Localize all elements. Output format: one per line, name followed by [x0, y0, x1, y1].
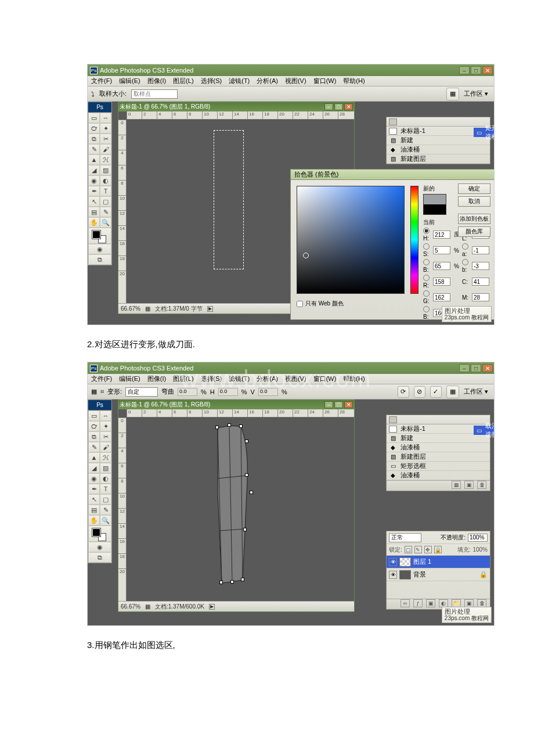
history-item[interactable]: ◆油漆桶: [387, 471, 490, 480]
history-item[interactable]: ◆油漆桶: [387, 145, 490, 154]
layer-fx-button[interactable]: ƒ: [413, 599, 423, 607]
layer-new-button[interactable]: ▣: [464, 599, 474, 607]
warp-type-select[interactable]: 自定: [125, 387, 158, 397]
menu-analysis[interactable]: 分析(A): [253, 77, 282, 85]
quick-mask-button[interactable]: ◉: [88, 244, 111, 254]
blur-tool[interactable]: ◉: [88, 175, 100, 186]
window-close-button[interactable]: ✕: [482, 364, 493, 372]
workspace-dropdown[interactable]: 工作区 ▾: [464, 89, 488, 98]
history-item-selected[interactable]: ▭取消选择: [474, 426, 495, 435]
opacity-input[interactable]: 100%: [468, 534, 488, 542]
pen-tool[interactable]: ✒: [88, 186, 100, 196]
picker-a-input[interactable]: [472, 246, 489, 254]
history-item[interactable]: ◆油漆桶: [387, 443, 490, 452]
history-item[interactable]: ▨新建图层: [387, 452, 490, 462]
heal-tool[interactable]: ✎: [88, 442, 100, 452]
eraser-tool[interactable]: ◢: [88, 463, 100, 473]
picker-add-swatch-button[interactable]: 添加到色板: [458, 214, 490, 224]
path-tool[interactable]: ↖: [88, 196, 100, 207]
go-to-bridge-button[interactable]: ▦: [446, 386, 459, 398]
picker-m-input[interactable]: [472, 293, 489, 301]
picker-b2-input[interactable]: [472, 262, 489, 270]
gradient-tool[interactable]: ▨: [100, 463, 111, 473]
picker-r-input[interactable]: [433, 278, 450, 286]
move-tool[interactable]: ↔: [100, 411, 111, 421]
panel-tab-icon[interactable]: [389, 118, 397, 125]
bend-input[interactable]: 0.0: [178, 388, 197, 396]
path-tool[interactable]: ↖: [88, 494, 100, 505]
warp-shape[interactable]: [209, 423, 261, 592]
menu-window[interactable]: 窗口(W): [310, 375, 340, 383]
doc-min-button[interactable]: –: [324, 401, 333, 408]
menu-layer[interactable]: 图层(L): [169, 375, 197, 383]
dodge-tool[interactable]: ◐: [100, 473, 111, 484]
doc-max-button[interactable]: □: [334, 401, 343, 408]
history-item[interactable]: ▨新建: [387, 136, 490, 145]
lock-pixels-icon[interactable]: ▢: [405, 546, 412, 553]
hand-tool[interactable]: ✋: [88, 217, 100, 228]
menu-analysis[interactable]: 分析(A): [253, 375, 282, 383]
menu-help[interactable]: 帮助(H): [340, 77, 368, 85]
history-brush-tool[interactable]: ℋ: [100, 154, 111, 165]
warp-grid-icon[interactable]: ⌗: [100, 388, 104, 395]
marquee-tool[interactable]: ▭: [88, 411, 100, 421]
menu-file[interactable]: 文件(F): [88, 375, 116, 383]
menu-view[interactable]: 视图(V): [282, 375, 310, 383]
doc-max-button[interactable]: □: [334, 103, 343, 110]
layer-row-selected[interactable]: 👁 图层 1: [387, 556, 490, 568]
layer-name[interactable]: 图层 1: [413, 557, 431, 566]
menu-file[interactable]: 文件(F): [88, 77, 116, 85]
picker-library-button[interactable]: 颜色库: [458, 226, 490, 237]
brush-tool[interactable]: 🖌: [100, 144, 111, 154]
lock-all-icon[interactable]: 🔒: [434, 546, 442, 553]
hue-slider[interactable]: [410, 186, 418, 294]
crop-tool[interactable]: ⧉: [88, 134, 100, 144]
screen-mode-button[interactable]: ⧉: [88, 552, 111, 563]
notes-tool[interactable]: ▤: [88, 505, 100, 515]
status-arrow[interactable]: ▶: [207, 306, 213, 312]
commit-transform-button[interactable]: ✓: [430, 386, 442, 398]
dodge-tool[interactable]: ◐: [100, 175, 111, 186]
wand-tool[interactable]: ✦: [100, 421, 111, 431]
layer-delete-button[interactable]: 🗑: [477, 599, 486, 607]
type-tool[interactable]: T: [100, 186, 111, 196]
zoom-tool[interactable]: 🔍: [100, 217, 111, 228]
menu-image[interactable]: 图像(I): [144, 375, 169, 383]
shape-tool[interactable]: ▢: [100, 494, 111, 505]
brush-tool[interactable]: 🖌: [100, 442, 111, 452]
menu-edit[interactable]: 编辑(E): [116, 375, 144, 383]
canvas[interactable]: [127, 417, 354, 601]
eyedropper-tool[interactable]: ✎: [100, 505, 111, 515]
menu-filter[interactable]: 滤镜(T): [225, 77, 253, 85]
history-snapshot-button[interactable]: ▦: [452, 481, 461, 489]
warp-v-input[interactable]: 0.0: [258, 388, 278, 396]
history-brush-tool[interactable]: ℋ: [100, 452, 111, 463]
move-tool[interactable]: ↔: [100, 113, 111, 123]
slice-tool[interactable]: ✂: [100, 134, 111, 144]
history-new-button[interactable]: ▣: [464, 481, 474, 489]
sample-size-select[interactable]: 取样点: [131, 89, 178, 99]
color-swatches[interactable]: [88, 228, 111, 244]
lock-move-icon[interactable]: ✥: [424, 546, 432, 553]
pen-tool[interactable]: ✒: [88, 484, 100, 494]
type-tool[interactable]: T: [100, 484, 111, 494]
marquee-tool[interactable]: ▭: [88, 113, 100, 123]
menu-image[interactable]: 图像(I): [144, 77, 169, 85]
panel-tab-icon[interactable]: [389, 416, 397, 423]
hand-tool[interactable]: ✋: [88, 515, 100, 525]
picker-ok-button[interactable]: 确定: [458, 183, 490, 194]
menu-layer[interactable]: 图层(L): [169, 77, 197, 85]
cancel-transform-button[interactable]: ⊘: [414, 386, 425, 398]
menu-select[interactable]: 选择(S): [197, 375, 226, 383]
menu-edit[interactable]: 编辑(E): [116, 77, 144, 85]
blend-mode-select[interactable]: 正常: [389, 533, 421, 542]
window-close-button[interactable]: ✕: [482, 66, 493, 74]
workspace-dropdown[interactable]: 工作区 ▾: [464, 387, 488, 396]
window-max-button[interactable]: □: [471, 66, 481, 74]
menu-select[interactable]: 选择(S): [197, 77, 226, 85]
crop-tool[interactable]: ⧉: [88, 431, 100, 442]
layer-group-button[interactable]: 📁: [452, 599, 461, 607]
doc-close-button[interactable]: ✕: [344, 103, 353, 110]
picker-s-input[interactable]: [433, 246, 450, 254]
color-swatches[interactable]: [88, 525, 111, 542]
